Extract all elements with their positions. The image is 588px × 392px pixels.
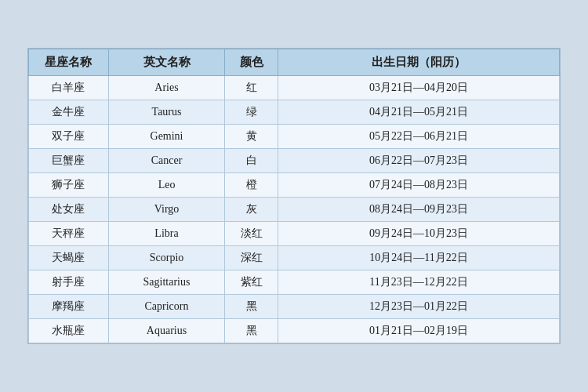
zodiac-table: 星座名称 英文名称 颜色 出生日期（阳历） 白羊座Aries红03月21日—04… — [28, 49, 560, 343]
cell-date: 09月24日—10月23日 — [278, 222, 560, 246]
cell-zh: 双子座 — [29, 125, 109, 149]
header-zh: 星座名称 — [29, 49, 109, 76]
cell-zh: 射手座 — [29, 270, 109, 295]
table-body: 白羊座Aries红03月21日—04月20日金牛座Taurus绿04月21日—0… — [29, 76, 560, 343]
cell-date: 12月23日—01月22日 — [278, 295, 560, 319]
cell-date: 10月24日—11月22日 — [278, 246, 560, 270]
cell-zh: 天秤座 — [29, 222, 109, 246]
table-row: 狮子座Leo橙07月24日—08月23日 — [29, 173, 560, 198]
table-row: 射手座Sagittarius紫红11月23日—12月22日 — [29, 270, 560, 295]
cell-zh: 摩羯座 — [29, 295, 109, 319]
cell-en: Scorpio — [108, 246, 225, 270]
cell-color: 黑 — [225, 295, 278, 319]
table-row: 水瓶座Aquarius黑01月21日—02月19日 — [29, 319, 560, 343]
cell-color: 白 — [225, 149, 278, 173]
cell-en: Libra — [108, 222, 225, 246]
table-row: 天秤座Libra淡红09月24日—10月23日 — [29, 222, 560, 246]
zodiac-table-container: 星座名称 英文名称 颜色 出生日期（阳历） 白羊座Aries红03月21日—04… — [27, 48, 561, 344]
cell-zh: 金牛座 — [29, 100, 109, 125]
cell-date: 11月23日—12月22日 — [278, 270, 560, 295]
table-row: 摩羯座Capricorn黑12月23日—01月22日 — [29, 295, 560, 319]
header-en: 英文名称 — [108, 49, 225, 76]
cell-zh: 水瓶座 — [29, 319, 109, 343]
cell-color: 红 — [225, 76, 278, 100]
cell-en: Leo — [108, 173, 225, 198]
cell-en: Gemini — [108, 125, 225, 149]
table-row: 双子座Gemini黄05月22日—06月21日 — [29, 125, 560, 149]
table-row: 天蝎座Scorpio深红10月24日—11月22日 — [29, 246, 560, 270]
table-row: 白羊座Aries红03月21日—04月20日 — [29, 76, 560, 100]
cell-color: 橙 — [225, 173, 278, 198]
header-date: 出生日期（阳历） — [278, 49, 560, 76]
cell-color: 深红 — [225, 246, 278, 270]
cell-date: 01月21日—02月19日 — [278, 319, 560, 343]
cell-date: 07月24日—08月23日 — [278, 173, 560, 198]
cell-zh: 狮子座 — [29, 173, 109, 198]
cell-zh: 白羊座 — [29, 76, 109, 100]
cell-color: 绿 — [225, 100, 278, 125]
cell-color: 黑 — [225, 319, 278, 343]
cell-date: 06月22日—07月23日 — [278, 149, 560, 173]
cell-color: 黄 — [225, 125, 278, 149]
cell-zh: 天蝎座 — [29, 246, 109, 270]
header-color: 颜色 — [225, 49, 278, 76]
cell-color: 紫红 — [225, 270, 278, 295]
table-row: 处女座Virgo灰08月24日—09月23日 — [29, 198, 560, 222]
cell-zh: 巨蟹座 — [29, 149, 109, 173]
cell-en: Cancer — [108, 149, 225, 173]
cell-date: 08月24日—09月23日 — [278, 198, 560, 222]
table-row: 金牛座Taurus绿04月21日—05月21日 — [29, 100, 560, 125]
cell-en: Aries — [108, 76, 225, 100]
cell-en: Taurus — [108, 100, 225, 125]
cell-date: 05月22日—06月21日 — [278, 125, 560, 149]
table-row: 巨蟹座Cancer白06月22日—07月23日 — [29, 149, 560, 173]
cell-en: Capricorn — [108, 295, 225, 319]
cell-color: 灰 — [225, 198, 278, 222]
table-header-row: 星座名称 英文名称 颜色 出生日期（阳历） — [29, 49, 560, 76]
cell-color: 淡红 — [225, 222, 278, 246]
cell-en: Aquarius — [108, 319, 225, 343]
cell-zh: 处女座 — [29, 198, 109, 222]
cell-date: 04月21日—05月21日 — [278, 100, 560, 125]
cell-date: 03月21日—04月20日 — [278, 76, 560, 100]
cell-en: Virgo — [108, 198, 225, 222]
cell-en: Sagittarius — [108, 270, 225, 295]
